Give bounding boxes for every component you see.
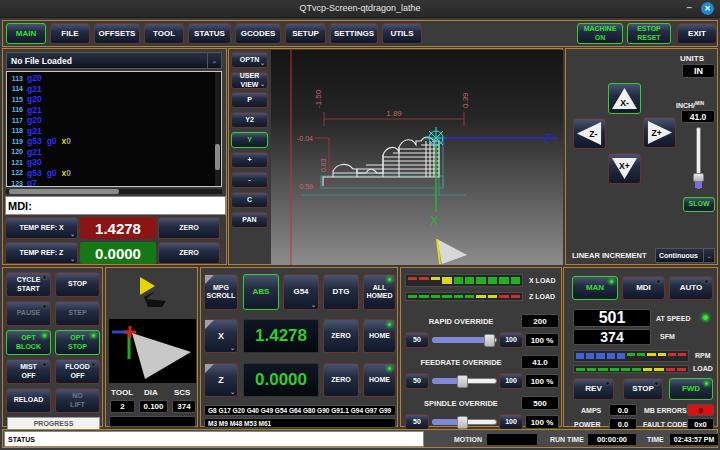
feed-min-button[interactable]: 50 [405, 373, 429, 389]
scs-label: SCS [174, 388, 190, 397]
mist-label: MIST OFF [20, 363, 37, 379]
rapid-override-slider[interactable] [432, 334, 497, 347]
tab-gcodes[interactable]: GCODES [235, 23, 281, 44]
hscroll-thumb[interactable] [9, 189, 119, 194]
spindle-fwd-button[interactable]: FWD [669, 378, 713, 400]
feed-max-button[interactable]: 100 [499, 373, 523, 389]
all-homed-button[interactable]: ALL HOMED [363, 274, 396, 310]
chevron-down-icon: ⌄ [260, 81, 265, 88]
status-field[interactable]: STATUS [4, 431, 424, 447]
view-y2-button[interactable]: Y2 [231, 112, 268, 128]
gcode-list[interactable]: 113g20114g21115g20116g21117g20118g21119g… [6, 71, 222, 187]
tool-dia-display: 0.100 [139, 400, 168, 413]
pause-button[interactable]: PAUSE [6, 301, 51, 326]
tab-status[interactable]: STATUS [188, 23, 231, 44]
abs-button[interactable]: ABS [243, 274, 279, 310]
slow-button[interactable]: SLOW [683, 197, 715, 212]
axis-x-button[interactable]: X ⌄ [204, 319, 238, 353]
mdi-input[interactable]: MDI: [5, 196, 226, 215]
dia-label: DIA [144, 388, 158, 397]
man-label: MAN [586, 283, 604, 292]
flood-button[interactable]: FLOOD OFF [55, 359, 100, 384]
tab-setup[interactable]: SETUP [285, 23, 326, 44]
mdi-mode-button[interactable]: MDI [622, 276, 665, 300]
view-pan-button[interactable]: PAN [231, 212, 268, 228]
mpg-scroll-button[interactable]: MPG SCROLL [204, 274, 238, 310]
vscroll-thumb[interactable] [215, 144, 220, 170]
jog-z-plus-button[interactable]: Z+ [643, 117, 676, 148]
gcode-hscrollbar[interactable] [6, 189, 222, 194]
zero-z-temp-button[interactable]: ZERO [158, 242, 220, 264]
view-zoom-in-button[interactable]: + [231, 152, 268, 168]
auto-mode-button[interactable]: AUTO [669, 276, 713, 300]
close-button[interactable]: ✕ [701, 2, 714, 15]
stop-button[interactable]: STOP [55, 272, 100, 297]
mist-button[interactable]: MIST OFF [6, 359, 51, 384]
jog-x-minus-button[interactable]: X- [608, 83, 641, 114]
file-combo[interactable]: No File Loaded ⌄ [6, 52, 222, 69]
view-optn-button[interactable]: OPTN ⌄ [231, 52, 268, 68]
slider-handle[interactable] [457, 375, 468, 388]
reload-button[interactable]: RELOAD [6, 388, 51, 413]
rapid-min-button[interactable]: 50 [405, 332, 429, 348]
feed-override-slider[interactable] [432, 375, 497, 388]
opt-stop-button[interactable]: OPT STOP [55, 330, 100, 355]
step-button[interactable]: STEP [55, 301, 100, 326]
jog-x-plus-button[interactable]: X+ [608, 153, 641, 184]
view-y-button[interactable]: Y [231, 132, 268, 148]
temp-ref-x-button[interactable]: TEMP REF: X ⌄ [5, 217, 78, 239]
home-z-button[interactable]: HOME [363, 363, 396, 397]
slider-handle[interactable] [484, 334, 495, 347]
view-user-view-button[interactable]: USER VIEW ⌄ [231, 72, 268, 89]
gcode-vscrollbar[interactable] [215, 72, 220, 186]
tab-file[interactable]: FILE [50, 23, 90, 44]
tab-utils[interactable]: UTILS [382, 23, 422, 44]
zero-z-button[interactable]: ZERO [323, 363, 359, 397]
zero-x-button[interactable]: ZERO [323, 319, 359, 353]
no-lift-button[interactable]: NO LIFT [55, 388, 100, 413]
g54-button[interactable]: G54 ⌄ [283, 274, 319, 310]
temp-ref-z-button[interactable]: TEMP REF: Z ⌄ [5, 242, 78, 264]
estop-reset-button[interactable]: ESTOP RESET [627, 23, 671, 44]
tab-settings[interactable]: SETTINGS [330, 23, 378, 44]
bar-segment [465, 295, 474, 298]
bar-segment [408, 295, 417, 298]
dtg-button[interactable]: DTG [323, 274, 359, 310]
spindle-max-button[interactable]: 100 [499, 414, 523, 430]
opt-block-button[interactable]: OPT BLOCK [6, 330, 51, 355]
exit-button[interactable]: EXIT [677, 23, 717, 44]
zero-x-temp-button[interactable]: ZERO [158, 217, 220, 239]
home-x-button[interactable]: HOME [363, 319, 396, 353]
view-clear-button[interactable]: C [231, 192, 268, 208]
spindle-rev-button[interactable]: REV [573, 378, 614, 400]
spindle-override-slider[interactable] [432, 416, 497, 429]
view-optn-label: OPTN [240, 56, 259, 64]
bar-segment [587, 368, 596, 371]
increment-combo[interactable]: Continuous ⌄ [655, 248, 715, 263]
tab-tool[interactable]: TOOL [144, 23, 184, 44]
spindle-load-bar [573, 365, 689, 373]
dim-height-label: 0.63 [320, 158, 327, 172]
jog-z-minus-button[interactable]: Z- [573, 118, 606, 149]
machine-on-button[interactable]: MACHINE ON [577, 23, 623, 44]
axis-z-button[interactable]: Z ⌄ [204, 363, 238, 397]
spindle-stop-button[interactable]: STOP [623, 378, 663, 400]
opt-stop-label: OPT STOP [68, 334, 87, 350]
spindle-min-button[interactable]: 50 [405, 414, 429, 430]
slider-fill [695, 182, 702, 188]
tab-main[interactable]: MAIN [6, 23, 46, 44]
rapid-max-button[interactable]: 100 [499, 332, 523, 348]
gremlin-preview[interactable]: 1.89 -1.50 0.39 -0.04 0.63 0.59 [271, 50, 563, 265]
bar-segment [454, 295, 463, 298]
feed-value-display: 41.0 [521, 355, 559, 369]
jog-rate-slider[interactable] [693, 127, 704, 193]
led-indicator [387, 322, 392, 327]
slider-handle[interactable] [693, 173, 704, 182]
view-p-button[interactable]: P [231, 92, 268, 108]
man-mode-button[interactable]: MAN [572, 276, 618, 300]
tab-offsets[interactable]: OFFSETS [94, 23, 140, 44]
minimize-button[interactable]: – [686, 2, 692, 13]
cycle-start-button[interactable]: CYCLE START [6, 272, 51, 297]
view-zoom-out-button[interactable]: - [231, 172, 268, 188]
slider-handle[interactable] [457, 416, 468, 429]
